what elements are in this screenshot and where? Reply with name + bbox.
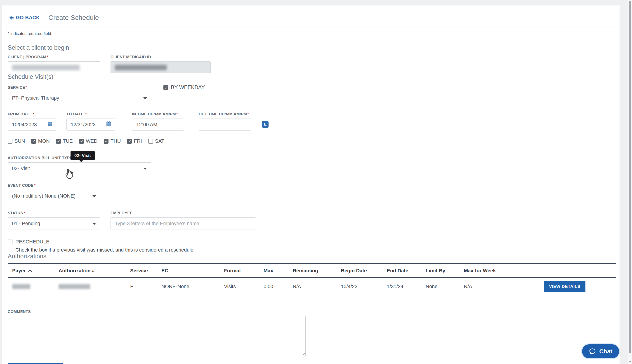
column-ec: EC bbox=[157, 268, 219, 274]
authorizations-table: Payer Authorization # Service EC Format … bbox=[8, 263, 616, 295]
reschedule-checkbox-group[interactable]: RESCHEDULE bbox=[8, 239, 616, 245]
e-button[interactable]: E bbox=[262, 121, 268, 128]
go-back-link[interactable]: GO BACK bbox=[9, 15, 40, 20]
fri-checkbox[interactable] bbox=[127, 139, 132, 144]
employee-input[interactable] bbox=[111, 218, 256, 230]
by-weekday-label: BY WEEKDAY bbox=[171, 84, 205, 90]
status-label: STATUS* bbox=[8, 211, 100, 216]
column-payer-label: Payer bbox=[12, 268, 26, 274]
column-begin-date[interactable]: Begin Date bbox=[341, 268, 367, 274]
comments-textarea[interactable] bbox=[8, 316, 305, 356]
to-date-label-text: TO DATE bbox=[67, 112, 85, 116]
vertical-scrollbar[interactable]: ▾ bbox=[628, 0, 632, 364]
auth-bill-tooltip: 02- Visit bbox=[71, 151, 95, 160]
chat-label: Chat bbox=[599, 348, 612, 355]
column-end-date: End Date bbox=[382, 268, 421, 274]
tue-checkbox[interactable] bbox=[56, 139, 61, 144]
weekday-tue[interactable]: TUE bbox=[56, 138, 73, 144]
reschedule-field: RESCHEDULE Check the box if a previous v… bbox=[8, 239, 616, 253]
client-row: CLIENT | PROGRAM* CLIENT MEDICAID ID bbox=[8, 55, 616, 74]
weekday-fri[interactable]: FRI bbox=[127, 138, 142, 144]
sun-checkbox[interactable] bbox=[8, 139, 13, 144]
fri-label: FRI bbox=[134, 138, 142, 144]
sat-checkbox[interactable] bbox=[148, 139, 153, 144]
create-schedule-card: GO BACK Create Schedule * indicates requ… bbox=[2, 5, 620, 364]
to-date-input[interactable]: 12/31/2023 bbox=[67, 118, 115, 130]
back-arrow-icon bbox=[9, 15, 14, 20]
chevron-down-icon bbox=[143, 97, 147, 99]
client-program-field: CLIENT | PROGRAM* bbox=[8, 55, 100, 74]
client-medicaid-label: CLIENT MEDICAID ID bbox=[111, 55, 211, 60]
from-date-value: 10/04/2023 bbox=[12, 122, 37, 128]
thu-checkbox[interactable] bbox=[104, 139, 109, 144]
reschedule-help-text: Check the box if a previous visit was mi… bbox=[15, 247, 616, 253]
service-label-text: SERVICE bbox=[8, 85, 25, 90]
mon-checkbox[interactable] bbox=[31, 139, 36, 144]
reschedule-checkbox[interactable] bbox=[8, 240, 13, 244]
weekday-mon[interactable]: MON bbox=[31, 138, 50, 144]
from-date-input[interactable]: 10/04/2023 bbox=[8, 118, 56, 130]
wed-checkbox[interactable] bbox=[79, 139, 84, 144]
client-medicaid-field: CLIENT MEDICAID ID bbox=[111, 55, 211, 74]
from-date-label-text: FROM DATE bbox=[8, 112, 32, 116]
calendar-icon[interactable] bbox=[47, 121, 53, 128]
create-preview-button[interactable]: CREATE PREVIEW bbox=[8, 363, 63, 364]
weekday-thu[interactable]: THU bbox=[104, 138, 121, 144]
column-service[interactable]: Service bbox=[130, 268, 148, 274]
cell-begin-date: 10/4/23 bbox=[336, 284, 382, 290]
out-time-label-text: OUT TIME HH:MM AM/PM bbox=[199, 112, 247, 116]
required-asterisk: * bbox=[34, 183, 36, 188]
event-code-select[interactable]: (No modifiers) None (NONE) bbox=[8, 190, 100, 202]
cell-service: PT bbox=[126, 284, 157, 290]
weekday-checkbox-row: SUN MON TUE WED THU FRI SAT bbox=[8, 138, 616, 144]
weekday-sat[interactable]: SAT bbox=[148, 138, 164, 144]
redacted-payer-value bbox=[12, 284, 30, 289]
by-weekday-checkbox[interactable] bbox=[163, 85, 168, 90]
authorizations-heading: Authorizations bbox=[8, 253, 616, 260]
chat-button[interactable]: Chat bbox=[582, 344, 619, 358]
status-select[interactable]: 01 - Pending bbox=[8, 218, 100, 230]
tue-label: TUE bbox=[63, 138, 73, 144]
out-time-input[interactable]: --:-- -- bbox=[199, 118, 251, 130]
column-payer[interactable]: Payer bbox=[12, 268, 32, 274]
event-code-label-text: EVENT CODE bbox=[8, 183, 34, 188]
scrollbar-down-arrow[interactable]: ▾ bbox=[628, 360, 631, 364]
weekday-sun[interactable]: SUN bbox=[8, 138, 25, 144]
client-program-label-text: CLIENT | PROGRAM bbox=[8, 55, 46, 59]
authorizations-table-header: Payer Authorization # Service EC Format … bbox=[8, 263, 616, 278]
title-row: GO BACK Create Schedule bbox=[9, 13, 616, 22]
column-remaining: Remaining bbox=[288, 268, 336, 274]
cell-ec: NONE-None bbox=[157, 284, 219, 290]
service-field: SERVICE* PT- Physical Therapy BY WEEKDAY bbox=[8, 85, 151, 104]
chevron-down-icon bbox=[93, 223, 96, 225]
to-date-field: TO DATE * 12/31/2023 bbox=[67, 112, 115, 130]
authorization-table-row: PT NONE-None Visits 0.00 N/A 10/4/23 1/3… bbox=[8, 278, 616, 295]
column-limit-by: Limit By bbox=[421, 268, 459, 274]
chevron-down-icon bbox=[93, 195, 96, 197]
from-date-label: FROM DATE * bbox=[8, 112, 56, 116]
scrollbar-thumb[interactable] bbox=[629, 1, 631, 353]
auth-bill-unit-value: 02- Visit bbox=[12, 166, 30, 172]
required-asterisk: * bbox=[47, 55, 48, 59]
comments-label: COMMENTS bbox=[8, 310, 616, 314]
view-details-button[interactable]: VIEW DETAILS bbox=[544, 281, 585, 292]
reschedule-label: RESCHEDULE bbox=[15, 239, 49, 245]
auth-bill-unit-select[interactable]: 02- Visit bbox=[8, 162, 151, 174]
client-program-label: CLIENT | PROGRAM* bbox=[8, 55, 100, 60]
go-back-label: GO BACK bbox=[16, 15, 40, 20]
column-service-label: Service bbox=[130, 268, 148, 274]
from-date-field: FROM DATE * 10/04/2023 bbox=[8, 112, 56, 130]
client-program-input[interactable] bbox=[8, 62, 100, 74]
by-weekday-checkbox-group[interactable]: BY WEEKDAY bbox=[163, 84, 205, 90]
weekday-wed[interactable]: WED bbox=[79, 138, 97, 144]
auth-bill-unit-label-text: AUTHORIZATION BILL UNIT TYPE bbox=[8, 156, 72, 160]
column-max-for-week: Max for Week bbox=[459, 268, 518, 274]
required-asterisk: * bbox=[33, 112, 34, 116]
cell-end-date: 1/31/24 bbox=[382, 284, 421, 290]
service-select[interactable]: PT- Physical Therapy bbox=[8, 92, 151, 104]
in-time-input[interactable]: 12:00 AM bbox=[132, 118, 184, 130]
in-time-value: 12:00 AM bbox=[136, 122, 157, 128]
calendar-icon[interactable] bbox=[106, 121, 112, 128]
out-time-value: --:-- -- bbox=[203, 122, 216, 128]
redacted-medicaid-value bbox=[115, 65, 167, 70]
